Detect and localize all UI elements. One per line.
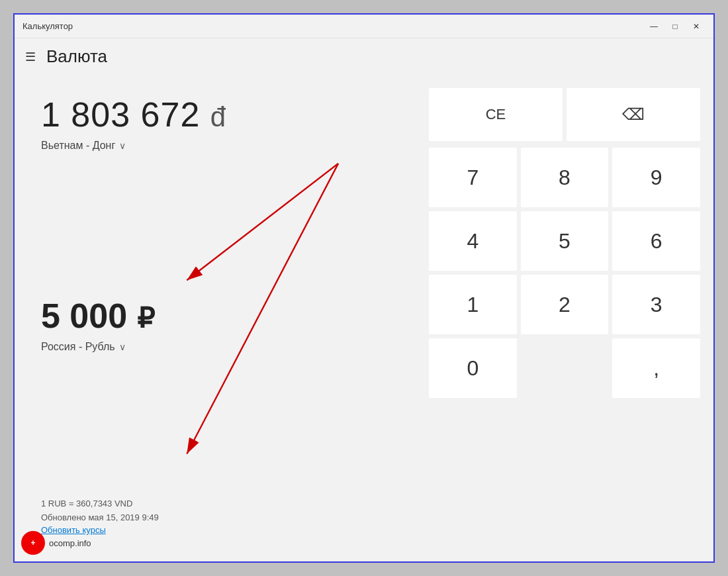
from-currency-chevron: ∨	[119, 140, 126, 151]
to-amount-display: 5 000 ₽	[41, 296, 396, 336]
top-row: CE ⌫	[429, 88, 700, 141]
to-currency-block: 5 000 ₽ Россия - Рубль ∨	[41, 296, 396, 353]
btn-1[interactable]: 1	[429, 275, 517, 334]
update-rates-link[interactable]: Обновить курсы	[41, 525, 396, 535]
right-panel: CE ⌫ 7 8 9 4 5 6 1 2 3 0 ,	[422, 81, 713, 555]
content-area: 1 803 672 đ Вьетнам - Донг ∨ 5 000 ₽ Рос…	[15, 75, 713, 561]
btn-8[interactable]: 8	[521, 148, 609, 207]
watermark-badge: +	[21, 531, 45, 555]
from-currency-selector[interactable]: Вьетнам - Донг ∨	[41, 140, 396, 152]
watermark: + ocomp.info	[21, 531, 91, 555]
btn-6[interactable]: 6	[612, 211, 700, 271]
ce-button[interactable]: CE	[429, 88, 563, 141]
rate-line1: 1 RUB = 360,7343 VND	[41, 497, 396, 511]
number-grid: 7 8 9 4 5 6 1 2 3	[429, 148, 700, 334]
from-amount-display: 1 803 672 đ	[41, 95, 396, 134]
window-title: Калькулятор	[23, 21, 645, 31]
left-panel: 1 803 672 đ Вьетнам - Донг ∨ 5 000 ₽ Рос…	[15, 81, 422, 555]
rate-line2: Обновлено мая 15, 2019 9:49	[41, 511, 396, 525]
from-currency-label: Вьетнам - Донг	[41, 140, 115, 152]
btn-decimal[interactable]: ,	[612, 338, 700, 398]
empty-placeholder	[521, 338, 609, 398]
app-header: ☰ Валюта	[15, 38, 713, 75]
to-currency-label: Россия - Рубль	[41, 341, 115, 353]
close-button[interactable]: ✕	[687, 19, 705, 34]
info-section: 1 RUB = 360,7343 VND Обновлено мая 15, 2…	[41, 497, 396, 542]
menu-icon[interactable]: ☰	[25, 50, 36, 64]
maximize-button[interactable]: □	[666, 19, 684, 34]
to-amount-value: 5 000	[41, 297, 127, 335]
btn-2[interactable]: 2	[521, 275, 609, 334]
to-currency-symbol: ₽	[137, 303, 155, 334]
watermark-text: ocomp.info	[49, 538, 91, 548]
from-currency-symbol: đ	[210, 101, 226, 132]
to-currency-chevron: ∨	[119, 342, 126, 352]
svg-line-2	[187, 164, 338, 280]
backspace-icon: ⌫	[622, 105, 645, 124]
from-currency-block: 1 803 672 đ Вьетнам - Донг ∨	[41, 95, 396, 152]
minimize-button[interactable]: —	[645, 19, 663, 34]
title-bar: Калькулятор — □ ✕	[15, 15, 713, 38]
window-controls: — □ ✕	[645, 19, 705, 34]
calculator-window: Калькулятор — □ ✕ ☰ Валюта 1 803 672 đ В…	[13, 13, 715, 563]
app-title: Валюта	[46, 46, 107, 67]
btn-7[interactable]: 7	[429, 148, 517, 207]
btn-4[interactable]: 4	[429, 211, 517, 271]
btn-5[interactable]: 5	[521, 211, 609, 271]
backspace-button[interactable]: ⌫	[567, 88, 700, 141]
btn-3[interactable]: 3	[612, 275, 700, 334]
btn-9[interactable]: 9	[612, 148, 700, 207]
rate-info: 1 RUB = 360,7343 VND Обновлено мая 15, 2…	[41, 497, 396, 525]
from-amount-value: 1 803 672	[41, 95, 200, 134]
btn-0[interactable]: 0	[429, 338, 517, 398]
to-currency-selector[interactable]: Россия - Рубль ∨	[41, 341, 396, 353]
bottom-row: 0 ,	[429, 338, 700, 398]
